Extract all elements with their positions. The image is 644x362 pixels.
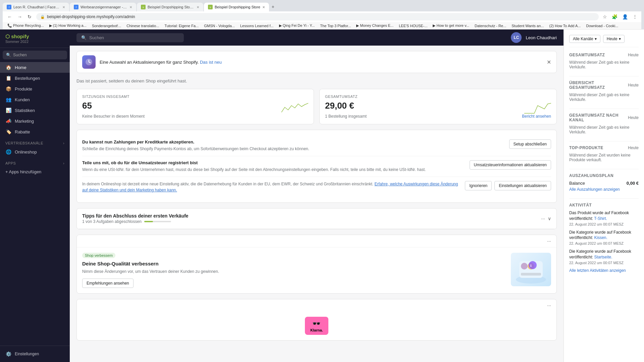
tips-more-button[interactable]: ··· [541,216,545,221]
setup-item-3-update-button[interactable]: Einstellungen aktualisieren [494,181,551,190]
browser-tab-1[interactable]: f Leon R. Chaudhari | Facebook ✕ [3,3,69,11]
divider-4 [569,169,639,169]
sidebar-item-settings[interactable]: ⚙️ Einstellungen [0,349,70,359]
channel-selector[interactable]: Alle Kanäle ▾ [569,35,600,43]
apps-label: Apps [5,161,16,165]
by-channel-section: GESAMTUMSATZ NACH KANAL Heute Während di… [569,113,639,134]
setup-item-3-ignore-button[interactable]: Ignorieren [465,181,492,190]
date-dropdown-icon: ▾ [619,37,621,41]
bookmark-13[interactable]: Datenschutz - Re... [473,23,508,28]
channel-label: Alle Kanäle [573,37,593,41]
intro-text: Das ist passiert, seitdem du deinen Shop… [76,78,557,83]
sidebar-item-kunden[interactable]: 👥 Kunden [0,94,70,105]
bookmark-button[interactable]: ☆ [601,13,608,20]
total-revenue-note: Während dieser Zeit gab es keine Verkäuf… [569,60,639,69]
sidebar-search[interactable]: 🔍 Suchen [3,51,67,59]
quality-more-button[interactable]: ··· [547,238,551,244]
sidebar-item-statistiken[interactable]: 📊 Statistiken [0,105,70,116]
tips-collapse-button[interactable]: ∨ [548,216,551,221]
date-selector[interactable]: Heute ▾ [603,35,625,43]
vertriebskanaele-header: Vertriebskanäle › [0,137,70,146]
forward-button[interactable]: → [15,13,24,21]
extensions-button[interactable]: 🧩 [610,13,619,20]
tips-title: Tipps für den Abschluss deiner ersten Ve… [82,213,189,219]
activity-item-3: Die Kategorie wurde auf Facebook veröffe… [569,249,639,265]
profile-button[interactable]: 👤 [621,13,629,20]
setup-item-2-button[interactable]: Umsatzsteuerinformationen aktualisieren [470,160,551,170]
tab-close-3[interactable]: ✕ [197,5,199,9]
bookmark-10[interactable]: ▶ Money Changes E... [354,23,395,28]
setup-item-1-button[interactable]: Setup abschließen [509,139,551,149]
bookmark-14[interactable]: Student Wants an... [509,23,546,28]
user-avatar[interactable]: LC [511,32,522,43]
reload-button[interactable]: ↻ [25,13,34,21]
sidebar-item-produkte[interactable]: 📦 Produkte [0,83,70,94]
bookmark-12[interactable]: ▶ How to get more v... [431,23,471,28]
setup-item-3-link[interactable]: Erfahre, welche Auswirkungen diese Änder… [82,182,458,192]
topbar-search[interactable]: 🔍 [76,33,184,42]
svg-text:ℹ: ℹ [530,264,532,267]
bookmark-8[interactable]: ▶ Qing Fei De Yi - Y... [277,23,317,28]
revenue-footer: 1 Bestellung insgesamt Bericht ansehen [325,114,551,119]
activity-text-3: Die Kategorie wurde auf Facebook veröffe… [569,249,639,260]
setup-item-2: Teile uns mit, ob du für die Umsatzsteue… [82,156,551,177]
setup-item-1-desc: Schließe die Einrichtung deines Shopify … [82,146,309,152]
sidebar-item-home[interactable]: 🏠 Home [0,62,70,73]
activity-link-1[interactable]: T-Shirt. [594,216,607,221]
progress-fill [144,221,153,222]
sidebar-item-home-label: Home [15,65,26,70]
tab-close-1[interactable]: ✕ [62,5,65,9]
bookmark-7[interactable]: Lessons Learned f... [238,23,276,28]
tab-close-4[interactable]: ✕ [262,5,265,9]
bookmark-11[interactable]: LEE'S HOUSE-... [397,23,429,28]
bookmark-2[interactable]: ▶ (1) How Working a... [47,23,89,28]
balance-row: Balance 0,00 € [569,181,639,186]
all-payouts-link[interactable]: Alle Auszahlungen anzeigen [569,187,639,192]
activity-title: AKTIVITÄT [569,203,592,207]
sidebar-item-add-app[interactable]: + Apps hinzufügen [0,167,70,177]
revenue-value: 29,00 € [325,101,354,111]
sessions-card: SITZUNGEN INSGESAMT 65 Keine Besucher in… [76,89,314,124]
bookmark-3[interactable]: Sonderangebot!... [90,23,123,28]
sidebar-item-rabatte[interactable]: 🏷️ Rabatte [0,126,70,137]
address-input[interactable] [47,14,595,19]
sessions-sparkline [281,101,308,114]
bookmark-16[interactable]: Download - Cooki... [584,23,620,28]
bookmark-15[interactable]: (2) How To Add A... [547,23,583,28]
quality-button[interactable]: Empfehlungen ansehen [82,279,133,288]
klarna-more-button[interactable]: ··· [547,303,551,308]
browser-tab-4[interactable]: s Beispiel Dropshipping Store ✕ [204,3,269,11]
report-link[interactable]: Bericht ansehen [522,114,551,119]
marketing-icon: 📣 [5,118,11,124]
activity-link-2[interactable]: Kissen. [594,235,607,240]
bookmark-6[interactable]: GMSN - Vologda... [202,23,237,28]
sidebar-item-produkte-label: Produkte [15,86,32,92]
activity-section: AKTIVITÄT Das Produkt wurde auf Facebook… [569,203,639,273]
new-tab-button[interactable]: + [270,2,276,11]
topbar-search-icon: 🔍 [81,35,87,40]
activity-link-3[interactable]: Startseite. [594,255,612,259]
notification-text: Eine Auswahl an Aktualisierungen für gan… [100,60,543,65]
all-activity-link[interactable]: Alle letzten Aktivitäten anzeigen [569,268,639,273]
notification-link[interactable]: Das ist neu [200,60,222,65]
browser-tab-2[interactable]: f Werbeanzeigenmanager - W... ✕ [70,3,136,11]
topbar-search-input[interactable] [89,35,179,40]
tab-close-2[interactable]: ✕ [129,5,132,9]
bookmark-1[interactable]: 📞 Phone Recycling... [5,23,46,28]
sidebar-item-marketing[interactable]: 📣 Marketing [0,116,70,126]
sidebar-item-onlineshop[interactable]: 🌐 Onlineshop [0,146,70,157]
sidebar-item-bestellungen[interactable]: 📋 Bestellungen [0,73,70,83]
divider-2 [569,109,639,109]
menu-button[interactable]: ⋮ [631,13,639,20]
bookmark-4[interactable]: Chinese translatio... [124,23,161,28]
klarna-glasses-icon: 🕶️ [312,319,321,327]
address-bar[interactable]: 🔒 [36,13,599,20]
user-name: Leon Chaudhari [526,35,557,40]
balance-label: Balance [569,181,585,186]
quality-badge: Shop verbessern [82,253,115,258]
back-button[interactable]: ← [5,13,14,21]
bookmark-5[interactable]: Tutorial: Eigene Fa... [163,23,201,28]
bookmark-9[interactable]: The Top 3 Platfor... [318,23,353,28]
notification-close-button[interactable]: ✕ [547,59,551,65]
browser-tab-3[interactable]: s Beispiel Dropshipping Store ... ✕ [137,3,203,11]
